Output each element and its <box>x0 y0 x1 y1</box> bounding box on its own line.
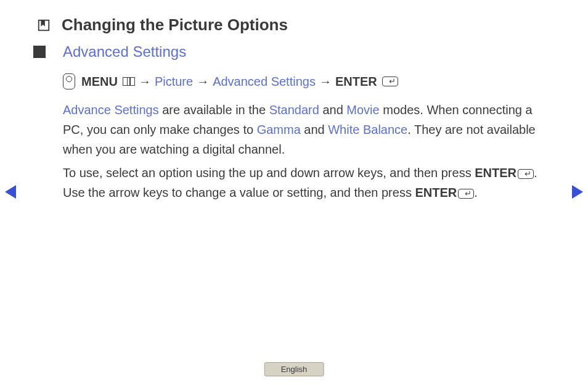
link-standard: Standard <box>269 103 319 117</box>
breadcrumb-advanced-settings: Advanced Settings <box>213 72 316 91</box>
section-row: Advanced Settings <box>33 43 545 60</box>
breadcrumb-picture: Picture <box>155 72 193 91</box>
link-movie: Movie <box>346 103 379 117</box>
square-bullet-icon <box>33 46 46 58</box>
breadcrumb-nav: MENU → Picture → Advanced Settings → ENT… <box>63 72 545 91</box>
enter-label: ENTER <box>335 72 377 91</box>
arrow-sep: → <box>319 72 332 91</box>
prev-page-button[interactable] <box>5 185 16 199</box>
enter-label-inline-2: ENTER <box>415 186 457 199</box>
paragraph-2: To use, select an option using the up an… <box>63 163 545 202</box>
enter-icon <box>382 77 398 86</box>
page-title: Changing the Picture Options <box>62 15 288 35</box>
link-advance-settings: Advance Settings <box>63 103 159 117</box>
title-row: Changing the Picture Options <box>37 15 545 35</box>
triangle-right-icon <box>572 185 583 199</box>
arrow-sep: → <box>139 72 151 91</box>
language-badge: English <box>264 362 324 376</box>
menu-label: MENU <box>81 72 118 91</box>
triangle-left-icon <box>5 185 16 199</box>
link-gamma: Gamma <box>257 123 301 136</box>
next-page-button[interactable] <box>572 185 583 199</box>
bookmark-icon <box>37 19 51 32</box>
remote-icon <box>63 73 75 89</box>
enter-label-inline-1: ENTER <box>475 166 517 180</box>
arrow-sep: → <box>197 72 209 91</box>
enter-icon <box>458 189 474 199</box>
enter-icon <box>518 169 534 179</box>
paragraph-1: Advance Settings are available in the St… <box>63 100 545 159</box>
link-white-balance: White Balance <box>328 123 407 136</box>
section-title: Advanced Settings <box>63 43 186 60</box>
menu-box-icon <box>123 77 135 86</box>
